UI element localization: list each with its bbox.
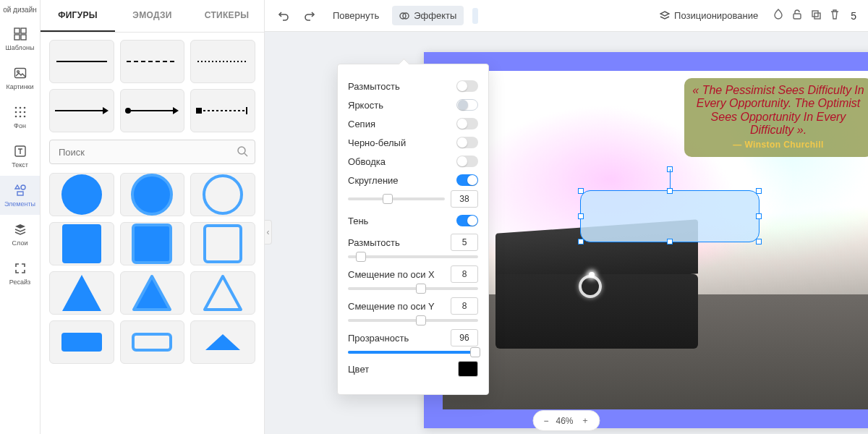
shape-arrow-square-dashed[interactable] [190, 89, 255, 132]
panel-collapse-handle[interactable]: ‹ [265, 220, 272, 244]
rail-images[interactable]: Картинки [0, 59, 40, 98]
fx-brightness-toggle[interactable] [456, 99, 478, 111]
fx-blur-toggle[interactable] [456, 80, 478, 92]
fx-shadowblur-value[interactable]: 5 [451, 234, 478, 251]
fx-sepia-toggle[interactable] [456, 118, 478, 129]
shape-triangle-fill[interactable] [49, 271, 114, 315]
unlock-icon[interactable] [791, 9, 803, 22]
shape-arrow-dot[interactable] [120, 89, 185, 132]
rail-background[interactable]: Фон [0, 98, 40, 137]
rail-resize[interactable]: Ресайз [0, 254, 40, 293]
shape-square-outline[interactable] [190, 222, 255, 265]
search-input[interactable] [49, 140, 255, 164]
fx-offy-slider[interactable] [348, 319, 478, 322]
shape-circle-fill-border[interactable] [120, 173, 185, 216]
zoom-value: 46% [556, 416, 573, 426]
shape-arrow[interactable] [49, 89, 114, 132]
svg-point-22 [125, 108, 131, 114]
left-rail: ой дизайн Шаблоны Картинки Фон Текст [0, 0, 41, 434]
shape-line-dashed[interactable] [120, 40, 185, 83]
redo-button[interactable] [299, 6, 320, 26]
templates-icon [13, 27, 27, 41]
shape-square-fill-border[interactable] [120, 222, 185, 265]
svg-rect-40 [814, 13, 820, 19]
rail-templates[interactable]: Шаблоны [0, 20, 40, 59]
svg-point-29 [132, 175, 171, 214]
shape-triangle-outline[interactable] [190, 271, 255, 315]
position-button[interactable]: Позиционирование [652, 6, 765, 25]
grid-icon [13, 105, 27, 119]
fx-round-value[interactable]: 38 [451, 190, 478, 208]
svg-rect-31 [62, 224, 101, 263]
fx-round-slider[interactable]: 38 [348, 190, 478, 208]
fx-sepia-label: Сепия [348, 119, 375, 129]
svg-point-12 [14, 116, 17, 118]
svg-rect-1 [21, 28, 26, 33]
quote-author: — Winston Churchill [692, 140, 865, 150]
fx-round-toggle[interactable] [456, 174, 478, 186]
trash-icon[interactable] [829, 9, 841, 22]
shape-circle-fill[interactable] [49, 173, 114, 216]
rail-layers[interactable]: Слои [0, 215, 40, 254]
search-box [49, 140, 255, 164]
zoom-in-icon[interactable]: ＋ [581, 414, 590, 427]
shape-line-dotted[interactable] [190, 40, 255, 83]
zoom-out-icon[interactable]: − [543, 416, 548, 426]
svg-point-16 [21, 185, 25, 190]
tab-stickers[interactable]: СТИКЕРЫ [190, 0, 264, 32]
tab-shapes[interactable]: ФИГУРЫ [41, 0, 115, 32]
fx-blur-label: Размытость [348, 81, 400, 92]
panel-tabs: ФИГУРЫ ЭМОДЗИ СТИКЕРЫ [41, 0, 264, 33]
design-photo: « The Pessimist Sees Difficulty In Every… [443, 71, 868, 409]
shape-circle-outline[interactable] [190, 173, 255, 216]
canvas-stage[interactable]: ‹ Размытость Яркость Сепия Черно-белый О… [265, 32, 868, 434]
selected-shape[interactable] [580, 190, 760, 242]
fx-offx-slider[interactable] [348, 287, 478, 290]
shape-extra-1[interactable] [49, 320, 114, 364]
toolbar-sep [472, 8, 478, 24]
search-icon [237, 145, 248, 159]
undo-button[interactable] [273, 6, 294, 26]
fx-color-swatch[interactable] [458, 361, 478, 377]
fx-stroke-toggle[interactable] [456, 156, 478, 167]
opacity-icon[interactable] [773, 9, 784, 22]
svg-rect-24 [196, 108, 202, 114]
svg-rect-2 [14, 35, 20, 40]
layers-small-icon [660, 11, 670, 21]
quote-badge[interactable]: « The Pessimist Sees Difficulty In Every… [684, 78, 868, 157]
svg-point-14 [23, 116, 25, 118]
rotate-button[interactable]: Повернуть [326, 6, 386, 25]
rail-text[interactable]: Текст [0, 137, 40, 176]
shape-extra-2[interactable] [120, 320, 185, 364]
svg-rect-3 [21, 35, 26, 40]
fx-bw-toggle[interactable] [456, 137, 478, 148]
svg-point-13 [19, 116, 21, 118]
shape-triangle-fill-border[interactable] [120, 271, 185, 315]
fx-offx-value[interactable]: 8 [451, 265, 478, 283]
effects-icon [399, 11, 409, 21]
count: 5 [848, 10, 859, 22]
svg-rect-38 [793, 14, 801, 19]
effects-button[interactable]: Эффекты [392, 6, 464, 25]
shapes-icon [13, 183, 27, 197]
shape-square-fill[interactable] [49, 222, 114, 265]
fx-opacity-slider[interactable] [348, 351, 478, 354]
shapes-panel: ФИГУРЫ ЭМОДЗИ СТИКЕРЫ [41, 0, 265, 434]
design-label: ой дизайн [0, 4, 40, 20]
resize-icon [13, 261, 27, 276]
tab-emoji[interactable]: ЭМОДЗИ [115, 0, 190, 32]
rail-elements[interactable]: Элементы [0, 176, 40, 215]
fx-offy-value[interactable]: 8 [451, 297, 478, 315]
shape-line-solid[interactable] [49, 40, 114, 83]
svg-rect-39 [812, 11, 818, 17]
copy-icon[interactable] [810, 9, 822, 22]
fx-shadow-toggle[interactable] [456, 215, 478, 226]
panel-body[interactable] [41, 33, 264, 434]
text-icon [13, 144, 27, 158]
shape-extra-3[interactable] [190, 320, 255, 364]
layers-icon [13, 222, 27, 237]
design-page[interactable]: « The Pessimist Sees Difficulty In Every… [424, 52, 868, 428]
fx-opacity-value[interactable]: 96 [451, 329, 478, 346]
fx-shadowblur-slider[interactable] [348, 255, 478, 258]
svg-point-28 [61, 174, 102, 215]
